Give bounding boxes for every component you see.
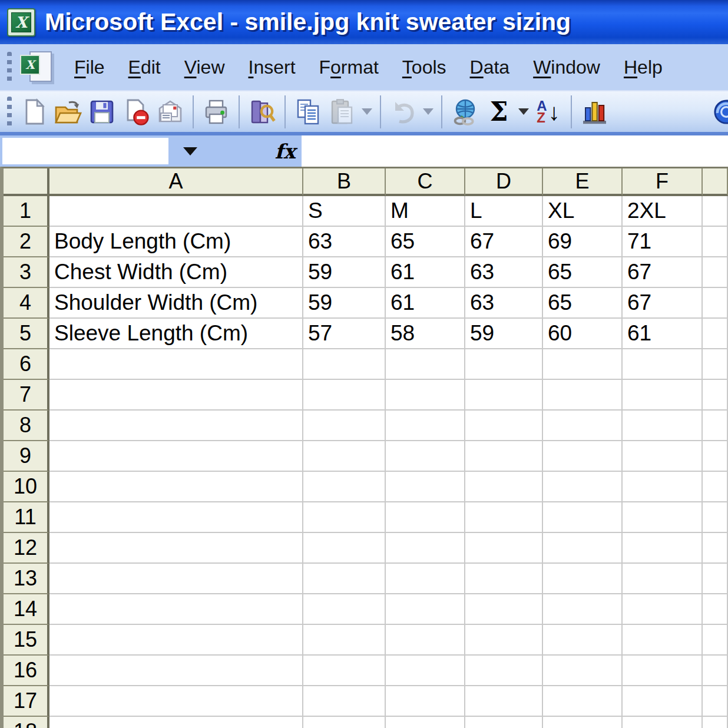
menu-item-view[interactable]: View (173, 51, 237, 84)
cell-E15[interactable] (543, 625, 623, 656)
cell-A17[interactable] (49, 686, 303, 717)
select-all-corner[interactable] (4, 168, 49, 196)
cell-G16[interactable] (703, 656, 728, 686)
cell-B8[interactable] (303, 411, 386, 441)
row-header-18[interactable]: 18 (4, 717, 49, 728)
cell-G10[interactable] (703, 472, 728, 502)
cell-D13[interactable] (465, 564, 543, 594)
cell-G7[interactable] (703, 380, 728, 411)
name-box[interactable] (2, 138, 168, 164)
mail-recipient-button[interactable] (153, 94, 187, 130)
cell-A18[interactable] (49, 717, 303, 728)
row-header-15[interactable]: 15 (4, 625, 49, 656)
autosum-dropdown-button[interactable] (516, 94, 531, 130)
cell-F7[interactable] (623, 380, 703, 411)
row-header-8[interactable]: 8 (4, 411, 49, 441)
cell-F2[interactable]: 71 (623, 227, 703, 257)
cell-G4[interactable] (703, 288, 728, 319)
row-header-14[interactable]: 14 (4, 594, 49, 625)
column-header-G[interactable] (703, 168, 728, 196)
cell-F1[interactable]: 2XL (623, 196, 703, 227)
cell-A15[interactable] (49, 625, 303, 656)
cell-A8[interactable] (49, 411, 303, 441)
cell-D10[interactable] (465, 472, 543, 502)
cell-E13[interactable] (543, 564, 623, 594)
cell-A4[interactable]: Shoulder Width (Cm) (49, 288, 303, 319)
cell-E5[interactable]: 60 (543, 319, 623, 349)
cell-F13[interactable] (623, 564, 703, 594)
help-button[interactable] (709, 94, 728, 130)
cell-D6[interactable] (465, 349, 543, 380)
menu-item-format[interactable]: Format (307, 51, 391, 84)
cell-D18[interactable] (465, 717, 543, 728)
cell-E7[interactable] (543, 380, 623, 411)
cell-F9[interactable] (623, 441, 703, 472)
cell-D7[interactable] (465, 380, 543, 411)
open-folder-button[interactable] (51, 94, 85, 130)
autosum-button[interactable]: Σ (482, 94, 516, 130)
row-header-13[interactable]: 13 (4, 564, 49, 594)
formula-input[interactable] (302, 135, 728, 167)
row-header-16[interactable]: 16 (4, 656, 49, 686)
cell-D17[interactable] (465, 686, 543, 717)
row-header-5[interactable]: 5 (4, 319, 49, 349)
cell-D4[interactable]: 63 (465, 288, 543, 319)
cell-F8[interactable] (623, 411, 703, 441)
cell-E1[interactable]: XL (543, 196, 623, 227)
cell-A13[interactable] (49, 564, 303, 594)
column-header-A[interactable]: A (49, 168, 303, 196)
cell-A14[interactable] (49, 594, 303, 625)
cell-D12[interactable] (465, 533, 543, 564)
cell-C6[interactable] (386, 349, 465, 380)
menu-item-insert[interactable]: Insert (236, 51, 307, 84)
cell-E17[interactable] (543, 686, 623, 717)
insert-hyperlink-button[interactable] (448, 94, 482, 130)
row-header-17[interactable]: 17 (4, 686, 49, 717)
cell-C2[interactable]: 65 (386, 227, 465, 257)
cell-C7[interactable] (386, 380, 465, 411)
cell-G18[interactable] (703, 717, 728, 728)
cell-C13[interactable] (386, 564, 465, 594)
cell-B10[interactable] (303, 472, 386, 502)
cell-E2[interactable]: 69 (543, 227, 623, 257)
cell-A3[interactable]: Chest Width (Cm) (49, 257, 303, 288)
menu-item-edit[interactable]: Edit (117, 51, 173, 84)
row-header-9[interactable]: 9 (4, 441, 49, 472)
cell-A6[interactable] (49, 349, 303, 380)
cell-D11[interactable] (465, 502, 543, 533)
cell-F16[interactable] (623, 656, 703, 686)
cell-A11[interactable] (49, 502, 303, 533)
cell-C4[interactable]: 61 (386, 288, 465, 319)
cell-F10[interactable] (623, 472, 703, 502)
cell-F5[interactable]: 61 (623, 319, 703, 349)
cell-E3[interactable]: 65 (543, 257, 623, 288)
cell-G12[interactable] (703, 533, 728, 564)
cell-C5[interactable]: 58 (386, 319, 465, 349)
copy-button[interactable] (291, 94, 325, 130)
cell-C3[interactable]: 61 (386, 257, 465, 288)
cell-B11[interactable] (303, 502, 386, 533)
row-header-3[interactable]: 3 (4, 257, 49, 288)
undo-button[interactable] (386, 94, 421, 130)
cell-B12[interactable] (303, 533, 386, 564)
menu-item-tools[interactable]: Tools (391, 51, 458, 84)
row-header-7[interactable]: 7 (4, 380, 49, 411)
undo-dropdown-button[interactable] (421, 94, 436, 130)
cell-E6[interactable] (543, 349, 623, 380)
cell-B18[interactable] (303, 717, 386, 728)
cell-F4[interactable]: 67 (623, 288, 703, 319)
cell-A12[interactable] (49, 533, 303, 564)
cell-E9[interactable] (543, 441, 623, 472)
column-header-B[interactable]: B (303, 168, 386, 196)
row-header-2[interactable]: 2 (4, 227, 49, 257)
row-header-10[interactable]: 10 (4, 472, 49, 502)
new-document-button[interactable] (16, 94, 51, 130)
save-button[interactable] (85, 94, 119, 130)
cell-B9[interactable] (303, 441, 386, 472)
cell-G9[interactable] (703, 441, 728, 472)
menu-item-window[interactable]: Window (521, 51, 612, 84)
toolbar-drag-handle-icon[interactable] (7, 97, 12, 127)
cell-F6[interactable] (623, 349, 703, 380)
column-header-C[interactable]: C (386, 168, 465, 196)
cell-F18[interactable] (623, 717, 703, 728)
